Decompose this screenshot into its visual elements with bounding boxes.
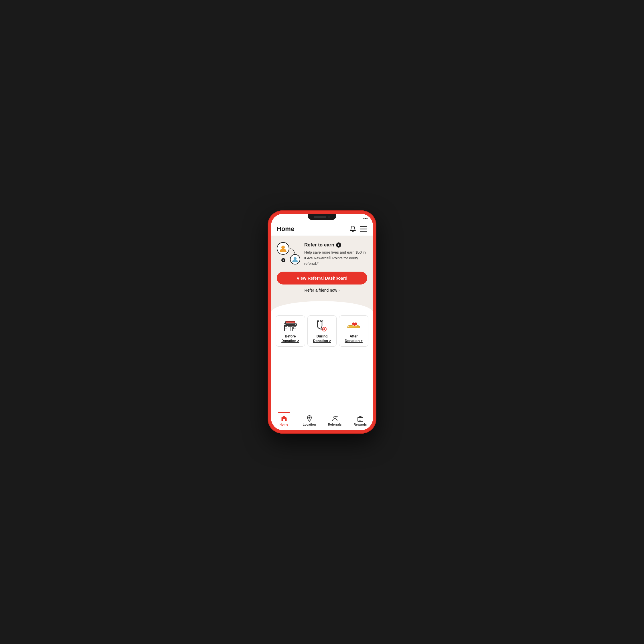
svg-rect-13 [293, 327, 296, 329]
before-donation-label: BeforeDonation > [281, 334, 299, 344]
donation-cards-grid: BeforeDonation > [276, 315, 368, 347]
svg-point-20 [334, 416, 336, 418]
rewards-nav-label: Rewards [354, 423, 367, 426]
location-icon [306, 415, 313, 422]
bottom-navigation: Home Location [271, 412, 373, 430]
donation-section: BeforeDonation > [271, 313, 373, 351]
nav-item-rewards[interactable]: Rewards [347, 414, 373, 427]
nav-item-home[interactable]: Home [271, 414, 297, 427]
nav-item-referrals[interactable]: Referrals [322, 414, 347, 427]
refer-friend-link[interactable]: Refer a friend now › [277, 288, 367, 293]
status-bar: ●●● [271, 214, 373, 223]
during-donation-card[interactable]: DuringDonation > [307, 315, 337, 347]
referral-title: Refer to earn i [304, 242, 367, 248]
signal-bars: ●●● [363, 217, 368, 220]
camera [328, 216, 330, 218]
referral-text-block: Refer to earn i Help save more lives and… [304, 242, 367, 266]
referral-description: Help save more lives and earn $50 in iGi… [304, 250, 367, 266]
referral-content: + Refer to earn i [277, 242, 367, 266]
signal-info: ●●● [363, 217, 368, 220]
info-icon[interactable]: i [336, 242, 341, 248]
before-donation-card[interactable]: BeforeDonation > [276, 315, 305, 347]
header-actions [349, 226, 367, 232]
home-nav-label: Home [279, 423, 288, 426]
person-two-icon [290, 254, 300, 264]
page-title: Home [277, 225, 294, 233]
referrals-icon [331, 415, 338, 422]
svg-rect-18 [283, 419, 285, 421]
app-header: Home [271, 223, 373, 236]
notification-bell-icon[interactable] [349, 226, 356, 232]
content-area: + Refer to earn i [271, 236, 373, 412]
referrals-nav-label: Referrals [328, 423, 342, 426]
phone-screen: ●●● Home [271, 214, 373, 430]
referral-section: + Refer to earn i [271, 236, 373, 301]
nav-item-location[interactable]: Location [297, 414, 322, 427]
svg-rect-9 [286, 321, 295, 323]
view-referral-dashboard-button[interactable]: View Referral Dashboard [277, 272, 367, 285]
svg-point-19 [309, 417, 310, 418]
hamburger-menu-icon[interactable] [360, 226, 367, 232]
after-donation-icon [346, 320, 361, 332]
wave-divider [271, 301, 373, 313]
location-nav-label: Location [303, 423, 316, 426]
plus-badge: + [281, 258, 285, 262]
notch [308, 214, 336, 220]
referral-graphic: + [277, 242, 300, 266]
referral-title-text: Refer to earn [304, 242, 334, 248]
svg-rect-23 [358, 418, 363, 421]
after-donation-label: AfterDonation > [345, 334, 363, 344]
after-donation-card[interactable]: AfterDonation > [339, 315, 368, 347]
before-donation-icon [283, 320, 298, 332]
during-donation-label: DuringDonation > [313, 334, 331, 344]
phone-frame: ●●● Home [268, 210, 376, 434]
svg-rect-12 [285, 327, 287, 329]
speaker [314, 216, 326, 218]
svg-point-15 [323, 328, 325, 330]
rewards-icon [357, 415, 364, 422]
during-donation-icon [315, 320, 329, 332]
home-icon [280, 415, 287, 422]
